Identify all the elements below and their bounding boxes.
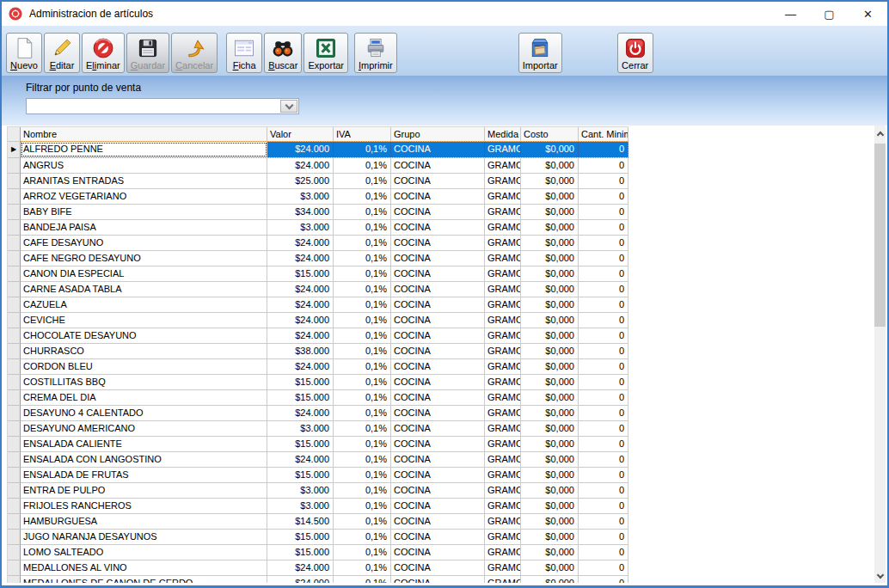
cell-iva[interactable]: 0,1% [334, 452, 391, 468]
cell-cant_minima[interactable]: 0 [579, 468, 628, 483]
row-selector-cell[interactable] [8, 220, 21, 236]
cell-costo[interactable]: $0,000 [521, 174, 579, 189]
cell-nombre[interactable]: CANON DIA ESPECIAL [21, 266, 267, 282]
cell-nombre[interactable]: ANGRUS [21, 158, 267, 174]
cell-medida[interactable]: GRAMC [485, 468, 521, 483]
cell-grupo[interactable]: COCINA [391, 390, 485, 406]
row-selector-cell[interactable] [8, 344, 21, 359]
cell-valor[interactable]: $15.000 [267, 545, 334, 560]
cell-iva[interactable]: 0,1% [334, 328, 391, 344]
row-selector-cell[interactable] [8, 406, 21, 421]
cell-medida[interactable]: GRAMC [485, 282, 521, 297]
cell-grupo[interactable]: COCINA [391, 236, 485, 251]
cell-grupo[interactable]: COCINA [391, 530, 485, 545]
cell-valor[interactable]: $15.000 [267, 437, 334, 452]
cell-valor[interactable]: $34.000 [267, 205, 334, 220]
cell-iva[interactable]: 0,1% [334, 514, 391, 530]
cell-iva[interactable]: 0,1% [334, 421, 391, 437]
cell-cant_minima[interactable]: 0 [579, 560, 628, 576]
scroll-up-button[interactable] [874, 126, 886, 140]
cell-grupo[interactable]: COCINA [391, 344, 485, 359]
cell-valor[interactable]: $15.000 [267, 468, 334, 483]
cell-cant_minima[interactable]: 0 [579, 359, 628, 375]
cell-nombre[interactable]: COSTILLITAS BBQ [21, 375, 267, 390]
row-selector-cell[interactable] [8, 251, 21, 266]
cell-grupo[interactable]: COCINA [391, 375, 485, 390]
cell-nombre[interactable]: MEDALLONES DE CANON DE CERDO [21, 576, 267, 583]
cell-medida[interactable]: GRAMC [485, 483, 521, 499]
cell-iva[interactable]: 0,1% [334, 530, 391, 545]
row-selector-cell[interactable] [8, 158, 21, 174]
cell-iva[interactable]: 0,1% [334, 437, 391, 452]
cell-medida[interactable]: GRAMC [485, 530, 521, 545]
cell-iva[interactable]: 0,1% [334, 545, 391, 560]
row-selector-cell[interactable] [8, 205, 21, 220]
cell-valor[interactable]: $24.000 [267, 452, 334, 468]
cell-costo[interactable]: $0,000 [521, 344, 579, 359]
cell-cant_minima[interactable]: 0 [579, 545, 628, 560]
cell-nombre[interactable]: CARNE ASADA TABLA [21, 282, 267, 297]
cell-cant_minima[interactable]: 0 [579, 266, 628, 282]
row-selector-cell[interactable] [8, 468, 21, 483]
cell-grupo[interactable]: COCINA [391, 158, 485, 174]
cell-cant_minima[interactable]: 0 [579, 313, 628, 328]
cell-grupo[interactable]: COCINA [391, 437, 485, 452]
cell-cant_minima[interactable]: 0 [579, 251, 628, 266]
cell-nombre[interactable]: BABY BIFE [21, 205, 267, 220]
cell-medida[interactable]: GRAMC [485, 328, 521, 344]
cell-cant_minima[interactable]: 0 [579, 220, 628, 236]
cell-iva[interactable]: 0,1% [334, 158, 391, 174]
cell-nombre[interactable]: CEVICHE [21, 313, 267, 328]
row-selector-cell[interactable] [8, 530, 21, 545]
cell-iva[interactable]: 0,1% [334, 359, 391, 375]
cell-cant_minima[interactable]: 0 [579, 452, 628, 468]
toolbar-button-exportar[interactable]: Exportar [303, 33, 348, 73]
row-selector-cell[interactable] [8, 576, 21, 583]
cell-medida[interactable]: GRAMC [485, 236, 521, 251]
cell-cant_minima[interactable]: 0 [579, 297, 628, 313]
row-selector-cell[interactable] [8, 313, 21, 328]
cell-medida[interactable]: GRAMC [485, 576, 521, 583]
row-selector-cell[interactable] [8, 390, 21, 406]
cell-nombre[interactable]: FRIJOLES RANCHEROS [21, 499, 267, 514]
cell-valor[interactable]: $25.000 [267, 174, 334, 189]
column-header-valor[interactable]: Valor [267, 127, 334, 142]
cell-grupo[interactable]: COCINA [391, 251, 485, 266]
cell-medida[interactable]: GRAMC [485, 220, 521, 236]
cell-grupo[interactable]: COCINA [391, 205, 485, 220]
cell-cant_minima[interactable]: 0 [579, 530, 628, 545]
row-selector-cell[interactable] [8, 189, 21, 205]
cell-costo[interactable]: $0,000 [521, 576, 579, 583]
cell-valor[interactable]: $24.000 [267, 158, 334, 174]
cell-costo[interactable]: $0,000 [521, 359, 579, 375]
cell-valor[interactable]: $3.000 [267, 220, 334, 236]
cell-costo[interactable]: $0,000 [521, 313, 579, 328]
cell-grupo[interactable]: COCINA [391, 499, 485, 514]
cell-grupo[interactable]: COCINA [391, 282, 485, 297]
toolbar-button-cerrar[interactable]: Cerrar [617, 33, 653, 73]
point-of-sale-combobox[interactable] [26, 98, 299, 114]
cell-cant_minima[interactable]: 0 [579, 189, 628, 205]
cell-cant_minima[interactable]: 0 [579, 158, 628, 174]
cell-nombre[interactable]: ENSALADA CON LANGOSTINO [21, 452, 267, 468]
cell-valor[interactable]: $24.000 [267, 576, 334, 583]
cell-costo[interactable]: $0,000 [521, 282, 579, 297]
cell-nombre[interactable]: CREMA DEL DIA [21, 390, 267, 406]
column-header-cant_minima[interactable]: Cant. Minim [579, 127, 628, 142]
cell-nombre[interactable]: HAMBURGUESA [21, 514, 267, 530]
column-header-grupo[interactable]: Grupo [391, 127, 485, 142]
scroll-down-button[interactable] [874, 569, 886, 583]
row-selector-cell[interactable] [8, 560, 21, 576]
toolbar-button-imprimir[interactable]: Imprimir [354, 33, 397, 73]
cell-grupo[interactable]: COCINA [391, 328, 485, 344]
row-selector-cell[interactable] [8, 452, 21, 468]
cell-iva[interactable]: 0,1% [334, 576, 391, 583]
cell-costo[interactable]: $0,000 [521, 437, 579, 452]
column-header-costo[interactable]: Costo [521, 127, 579, 142]
cell-nombre[interactable]: CHURRASCO [21, 344, 267, 359]
cell-grupo[interactable]: COCINA [391, 174, 485, 189]
cell-nombre[interactable]: CORDON BLEU [21, 359, 267, 375]
cell-medida[interactable]: GRAMC [485, 158, 521, 174]
cell-grupo[interactable]: COCINA [391, 514, 485, 530]
toolbar-button-ficha[interactable]: Ficha [226, 33, 262, 73]
